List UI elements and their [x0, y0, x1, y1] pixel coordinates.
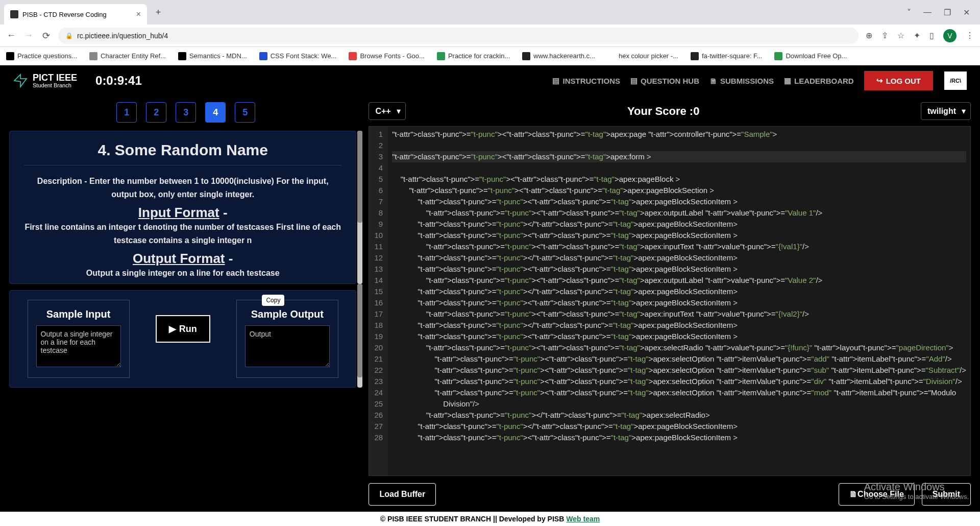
footer-text: © PISB IEEE STUDENT BRANCH || Developed …: [380, 515, 564, 523]
sample-input-label: Sample Input: [36, 308, 121, 320]
bookmark-icon: [6, 52, 14, 60]
window-controls: ˅ — ❐ ✕: [907, 8, 976, 17]
bookmark-label: Character Entity Ref...: [101, 52, 166, 60]
theme-select[interactable]: twilight: [921, 102, 971, 120]
profile-avatar[interactable]: V: [943, 29, 957, 42]
url-input[interactable]: 🔒 rc.pictieee.in/question_hub/4: [58, 28, 859, 44]
bookmark-item[interactable]: CSS Font Stack: We...: [259, 52, 337, 60]
footer-link[interactable]: Web team: [566, 515, 600, 523]
new-tab-button[interactable]: +: [151, 5, 165, 19]
url-text: rc.pictieee.in/question_hub/4: [77, 32, 168, 40]
code-editor[interactable]: 1234567891011121314151617181920212223242…: [369, 126, 971, 476]
brand-logo[interactable]: PICT IEEE Student Branch: [12, 73, 77, 89]
logout-button[interactable]: ↪LOG OUT: [864, 71, 933, 90]
bookmark-item[interactable]: Practice for crackin...: [437, 52, 510, 60]
sidepanel-icon[interactable]: ▯: [929, 31, 934, 40]
score-display: Your Score :0: [627, 105, 699, 118]
nav-submissions[interactable]: 🗎SUBMISSIONS: [709, 77, 774, 85]
bookmark-label: CSS Font Stack: We...: [271, 52, 337, 60]
bookmarks-bar: Practice questions...Character Entity Re…: [0, 47, 980, 65]
language-select-wrap[interactable]: C++: [369, 102, 406, 120]
editor-gutter: 1234567891011121314151617181920212223242…: [369, 127, 388, 475]
brand-subtitle: Student Branch: [33, 82, 77, 88]
problem-title: 4. Some Random Name: [24, 141, 341, 159]
language-select[interactable]: C++: [369, 102, 406, 120]
bookmark-label: www.hackerearth.c...: [533, 52, 595, 60]
bookmark-icon: [691, 52, 699, 60]
bookmark-item[interactable]: Practice questions...: [6, 52, 77, 60]
sample-output-box: Sample Output Output: [236, 300, 338, 378]
bookmark-item[interactable]: Character Entity Ref...: [89, 52, 166, 60]
bookmark-icon: [522, 52, 530, 60]
sample-input-box: Sample Input Output a single integer on …: [28, 300, 130, 378]
list-icon: ▤: [552, 76, 559, 85]
favicon-icon: [10, 10, 18, 18]
logo-mark-icon: [12, 73, 29, 89]
menu-icon[interactable]: ⋮: [966, 31, 974, 40]
file-icon: 🗎: [709, 77, 717, 85]
lock-icon: 🔒: [65, 32, 73, 39]
sample-input-textarea[interactable]: Output a single integer on a line for ea…: [36, 325, 121, 367]
nav-leaderboard[interactable]: ▦LEADERBOARD: [784, 76, 854, 85]
close-window-icon[interactable]: ✕: [963, 8, 970, 17]
star-icon[interactable]: ☆: [897, 31, 904, 40]
main-content: 12345 4. Some Random Name Description - …: [0, 96, 980, 512]
theme-select-wrap[interactable]: twilight: [921, 102, 971, 120]
share-icon[interactable]: ⇪: [881, 31, 888, 40]
bookmark-label: Browse Fonts - Goo...: [360, 52, 424, 60]
sample-output-textarea[interactable]: Output: [245, 325, 330, 367]
bookmark-label: hex colour picker -...: [619, 52, 678, 60]
back-button[interactable]: ←: [6, 31, 16, 41]
problem-panel: 4. Some Random Name Description - Enter …: [9, 131, 356, 284]
copy-tooltip: Copy: [262, 295, 284, 306]
bookmark-label: Download Free Op...: [786, 52, 847, 60]
bookmark-item[interactable]: Download Free Op...: [774, 52, 847, 60]
extensions-icon[interactable]: ✦: [914, 31, 920, 40]
logout-icon: ↪: [876, 76, 883, 85]
editor-code[interactable]: "t-attr">class"t-punc">="t-punc"><"t-att…: [388, 127, 970, 475]
tab-title: PISB - CTD Reverse Coding: [22, 11, 107, 18]
question-nav-5[interactable]: 5: [235, 102, 255, 123]
bookmark-item[interactable]: Browse Fonts - Goo...: [349, 52, 424, 60]
bookmark-item[interactable]: www.hackerearth.c...: [522, 52, 595, 60]
chevron-down-icon[interactable]: ˅: [907, 8, 911, 17]
question-nav-2[interactable]: 2: [146, 102, 166, 123]
question-nav-3[interactable]: 3: [176, 102, 196, 123]
question-nav-4[interactable]: 4: [205, 102, 226, 123]
load-buffer-button[interactable]: Load Buffer: [369, 483, 436, 506]
reload-button[interactable]: ⟳: [41, 31, 51, 41]
footer: © PISB IEEE STUDENT BRANCH || Developed …: [0, 512, 980, 526]
scrollbar[interactable]: [357, 284, 362, 388]
app-root: PICT IEEE Student Branch 0:0:9:41 ▤INSTR…: [0, 65, 980, 512]
bookmark-label: fa-twitter-square: F...: [702, 52, 762, 60]
bookmark-icon: [178, 52, 186, 60]
scrollbar[interactable]: [357, 131, 362, 284]
bookmark-item[interactable]: Semantics - MDN...: [178, 52, 247, 60]
bookmark-icon: [774, 52, 782, 60]
app-header: PICT IEEE Student Branch 0:0:9:41 ▤INSTR…: [0, 65, 980, 96]
browser-tab-strip: PISB - CTD Reverse Coding × + ˅ — ❐ ✕: [0, 0, 980, 25]
forward-button[interactable]: →: [23, 31, 34, 41]
bookmark-item[interactable]: hex colour picker -...: [607, 52, 678, 60]
zoom-icon[interactable]: ⊕: [866, 31, 872, 40]
bookmark-label: Practice questions...: [17, 52, 77, 60]
problem-description: Description - Enter the number between 1…: [24, 175, 341, 201]
bookmark-label: Semantics - MDN...: [189, 52, 247, 60]
file-icon: 🗎: [849, 490, 857, 498]
question-nav-1[interactable]: 1: [116, 102, 137, 123]
browser-tab[interactable]: PISB - CTD Reverse Coding ×: [4, 4, 147, 25]
nav-question-hub[interactable]: ▤QUESTION HUB: [630, 76, 699, 85]
bookmark-icon: [437, 52, 445, 60]
bookmark-icon: [349, 52, 357, 60]
nav-instructions[interactable]: ▤INSTRUCTIONS: [552, 76, 620, 85]
countdown-timer: 0:0:9:41: [95, 74, 142, 88]
minimize-icon[interactable]: —: [923, 8, 932, 17]
sample-panel: Copy Sample Input Output a single intege…: [9, 290, 356, 388]
close-icon[interactable]: ×: [136, 10, 141, 19]
brand-title: PICT IEEE: [33, 73, 77, 82]
maximize-icon[interactable]: ❐: [944, 8, 951, 17]
question-nav: 12345: [9, 102, 362, 123]
grid-icon: ▤: [630, 76, 638, 85]
bookmark-item[interactable]: fa-twitter-square: F...: [691, 52, 762, 60]
run-button[interactable]: ▶Run: [156, 315, 210, 343]
